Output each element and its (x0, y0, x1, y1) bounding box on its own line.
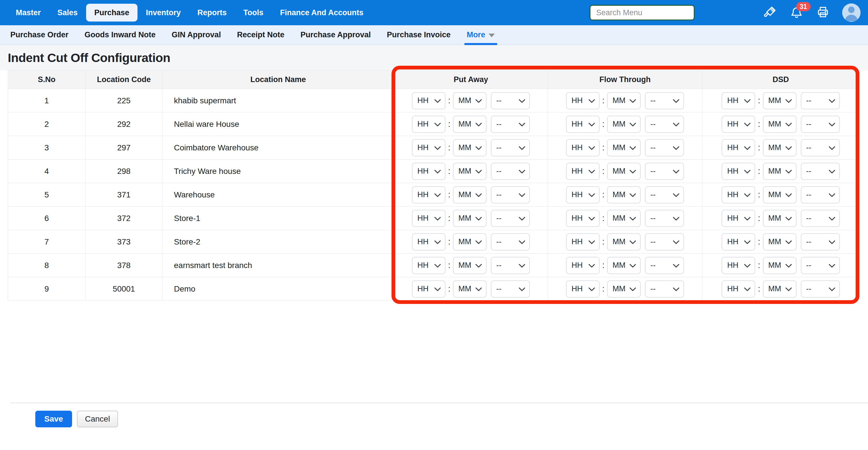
save-button[interactable]: Save (35, 411, 72, 427)
put-away-hour-select[interactable]: HH (412, 257, 445, 274)
dsd-hour-select[interactable]: HH (722, 92, 755, 109)
dsd-minute-select[interactable]: MM (763, 139, 797, 156)
nav-item-inventory[interactable]: Inventory (137, 4, 189, 22)
put-away-minute-select[interactable]: MM (453, 280, 487, 298)
dsd-meridiem-select[interactable]: -- (801, 163, 840, 180)
put-away-meridiem-select[interactable]: -- (491, 280, 530, 298)
put-away-hour-select[interactable]: HH (412, 233, 445, 251)
tab-purchase-invoice[interactable]: Purchase Invoice (379, 25, 459, 44)
put-away-meridiem-select[interactable]: -- (491, 210, 530, 227)
put-away-hour-select[interactable]: HH (412, 186, 445, 203)
flow-through-meridiem-select[interactable]: -- (645, 233, 684, 251)
put-away-meridiem-select[interactable]: -- (491, 233, 530, 251)
flow-through-hour-select[interactable]: HH (566, 257, 600, 274)
flow-through-minute-select[interactable]: MM (607, 210, 641, 227)
flow-through-meridiem-select[interactable]: -- (645, 163, 684, 180)
user-avatar[interactable] (842, 3, 861, 22)
dsd-minute-select[interactable]: MM (763, 257, 797, 274)
dsd-minute-select[interactable]: MM (763, 233, 797, 251)
dsd-hour-select[interactable]: HH (722, 163, 755, 180)
dsd-meridiem-select[interactable]: -- (801, 280, 840, 298)
dsd-meridiem-select[interactable]: -- (801, 186, 840, 203)
tab-receipt-note[interactable]: Receipt Note (229, 25, 292, 44)
flow-through-minute-select[interactable]: MM (607, 257, 641, 274)
nav-item-tools[interactable]: Tools (235, 4, 272, 22)
nav-item-finance-and-accounts[interactable]: Finance And Accounts (272, 4, 372, 22)
dsd-meridiem-select[interactable]: -- (801, 257, 840, 274)
put-away-meridiem-select[interactable]: -- (491, 163, 530, 180)
tab-purchase-order[interactable]: Purchase Order (2, 25, 76, 44)
flow-through-meridiem-select[interactable]: -- (645, 139, 684, 156)
flow-through-hour-select[interactable]: HH (566, 210, 600, 227)
flow-through-minute-select[interactable]: MM (607, 280, 641, 298)
dsd-meridiem-select[interactable]: -- (801, 139, 840, 156)
flow-through-minute-select[interactable]: MM (607, 92, 641, 109)
flow-through-hour-select[interactable]: HH (566, 186, 600, 203)
tab-more[interactable]: More (459, 25, 503, 44)
dsd-minute-select[interactable]: MM (763, 163, 797, 180)
put-away-minute-select[interactable]: MM (453, 163, 487, 180)
dsd-minute-select[interactable]: MM (763, 280, 797, 298)
put-away-hour-select[interactable]: HH (412, 116, 445, 133)
tab-goods-inward-note[interactable]: Goods Inward Note (76, 25, 164, 44)
dsd-minute-select[interactable]: MM (763, 116, 797, 133)
flow-through-hour-select[interactable]: HH (566, 280, 600, 298)
nav-item-reports[interactable]: Reports (189, 4, 235, 22)
put-away-minute-select[interactable]: MM (453, 186, 487, 203)
notifications-button[interactable]: 31 (789, 5, 804, 20)
cancel-button[interactable]: Cancel (77, 411, 118, 427)
put-away-minute-select[interactable]: MM (453, 210, 487, 227)
put-away-meridiem-select[interactable]: -- (491, 139, 530, 156)
flow-through-minute-select[interactable]: MM (607, 116, 641, 133)
flow-through-minute-select[interactable]: MM (607, 186, 641, 203)
search-input[interactable] (590, 5, 694, 20)
dsd-meridiem-select[interactable]: -- (801, 210, 840, 227)
put-away-hour-select[interactable]: HH (412, 163, 445, 180)
tab-purchase-approval[interactable]: Purchase Approval (292, 25, 379, 44)
nav-item-sales[interactable]: Sales (49, 4, 86, 22)
put-away-meridiem-select[interactable]: -- (491, 186, 530, 203)
put-away-minute-select[interactable]: MM (453, 233, 487, 251)
dsd-hour-select[interactable]: HH (722, 139, 755, 156)
nav-item-master[interactable]: Master (7, 4, 49, 22)
put-away-meridiem-select[interactable]: -- (491, 257, 530, 274)
dsd-meridiem-select[interactable]: -- (801, 116, 840, 133)
flow-through-hour-select[interactable]: HH (566, 233, 600, 251)
flow-through-meridiem-select[interactable]: -- (645, 210, 684, 227)
put-away-hour-select[interactable]: HH (412, 280, 445, 298)
flow-through-hour-select[interactable]: HH (566, 139, 600, 156)
put-away-minute-select[interactable]: MM (453, 257, 487, 274)
theme-brush-button[interactable] (763, 5, 777, 20)
put-away-hour-select[interactable]: HH (412, 92, 445, 109)
flow-through-meridiem-select[interactable]: -- (645, 257, 684, 274)
put-away-minute-select[interactable]: MM (453, 139, 487, 156)
flow-through-hour-select[interactable]: HH (566, 92, 600, 109)
nav-item-purchase[interactable]: Purchase (86, 4, 138, 22)
print-button[interactable] (816, 5, 830, 20)
dsd-hour-select[interactable]: HH (722, 186, 755, 203)
flow-through-minute-select[interactable]: MM (607, 139, 641, 156)
dsd-minute-select[interactable]: MM (763, 186, 797, 203)
dsd-hour-select[interactable]: HH (722, 257, 755, 274)
put-away-hour-select[interactable]: HH (412, 139, 445, 156)
put-away-meridiem-select[interactable]: -- (491, 92, 530, 109)
dsd-hour-select[interactable]: HH (722, 116, 755, 133)
dsd-meridiem-select[interactable]: -- (801, 233, 840, 251)
dsd-hour-select[interactable]: HH (722, 210, 755, 227)
dsd-minute-select[interactable]: MM (763, 92, 797, 109)
put-away-hour-select[interactable]: HH (412, 210, 445, 227)
dsd-hour-select[interactable]: HH (722, 280, 755, 298)
flow-through-meridiem-select[interactable]: -- (645, 186, 684, 203)
dsd-meridiem-select[interactable]: -- (801, 92, 840, 109)
flow-through-meridiem-select[interactable]: -- (645, 116, 684, 133)
flow-through-meridiem-select[interactable]: -- (645, 92, 684, 109)
flow-through-minute-select[interactable]: MM (607, 163, 641, 180)
tab-gin-approval[interactable]: GIN Approval (164, 25, 229, 44)
flow-through-minute-select[interactable]: MM (607, 233, 641, 251)
flow-through-meridiem-select[interactable]: -- (645, 280, 684, 298)
put-away-minute-select[interactable]: MM (453, 116, 487, 133)
put-away-meridiem-select[interactable]: -- (491, 116, 530, 133)
flow-through-hour-select[interactable]: HH (566, 163, 600, 180)
flow-through-hour-select[interactable]: HH (566, 116, 600, 133)
dsd-minute-select[interactable]: MM (763, 210, 797, 227)
